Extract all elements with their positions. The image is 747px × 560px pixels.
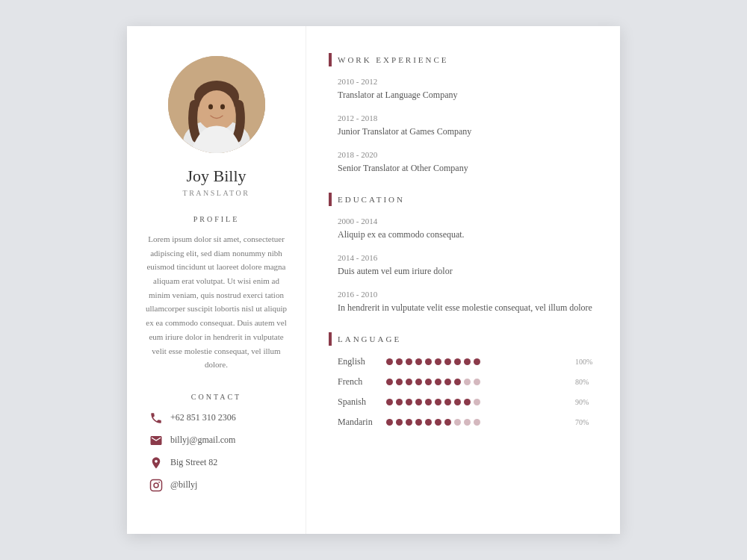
contact-label: CONTACT — [142, 393, 291, 401]
dot — [415, 358, 422, 365]
lang-spanish-name: Spanish — [338, 396, 386, 408]
work-year-2: 2018 - 2020 — [338, 150, 598, 159]
dot — [396, 358, 403, 365]
accent-bar-lang — [329, 332, 332, 346]
lang-english-dots — [386, 358, 569, 365]
dot — [454, 358, 461, 365]
svg-point-5 — [199, 90, 235, 129]
dot — [386, 379, 393, 385]
dot — [396, 399, 403, 405]
email-icon — [149, 434, 163, 447]
dot — [444, 358, 451, 365]
work-desc-1: Junior Translator at Games Company — [338, 125, 598, 138]
svg-point-9 — [154, 483, 158, 488]
contact-email-value: billyj@gmail.com — [170, 435, 235, 446]
dot — [435, 379, 441, 385]
dot — [454, 399, 461, 405]
resume-card: Joy Billy TRANSLATOR PROFILE Lorem ipsum… — [127, 26, 620, 534]
work-experience-header: WORK EXPERIENCE — [329, 53, 598, 66]
contact-email: billyj@gmail.com — [142, 434, 291, 447]
dot — [444, 379, 451, 385]
contact-instagram-value: @billyj — [170, 479, 197, 491]
contact-instagram: @billyj — [142, 479, 291, 492]
dot — [396, 419, 403, 426]
left-panel: Joy Billy TRANSLATOR PROFILE Lorem ipsum… — [127, 26, 306, 534]
lang-mandarin-dots — [386, 419, 569, 426]
dot — [444, 399, 451, 405]
dot — [425, 379, 432, 385]
lang-spanish: Spanish 90% — [329, 396, 598, 408]
lang-english: English 100% — [329, 356, 598, 367]
dot — [386, 358, 393, 365]
dot — [406, 419, 412, 426]
dot — [464, 399, 471, 405]
dot — [464, 419, 471, 426]
dot — [435, 419, 441, 426]
lang-french-percent: 80% — [575, 378, 598, 386]
svg-point-7 — [220, 105, 225, 110]
dot — [435, 358, 441, 365]
contact-phone: +62 851 310 2306 — [142, 411, 291, 425]
dot — [474, 379, 480, 385]
avatar — [168, 56, 265, 153]
contact-address-value: Big Street 82 — [170, 457, 217, 468]
svg-rect-8 — [151, 479, 162, 491]
dot — [464, 358, 471, 365]
lang-mandarin-percent: 70% — [575, 418, 598, 426]
language-title: LANGUAGE — [338, 335, 401, 343]
dot — [406, 399, 412, 405]
dot — [474, 399, 480, 405]
dot — [386, 399, 393, 405]
svg-point-6 — [208, 105, 213, 110]
edu-entry-2: 2016 - 2010 In hendrerit in vulputate ve… — [329, 290, 598, 314]
person-title: TRANSLATOR — [183, 189, 250, 197]
dot — [406, 358, 412, 365]
edu-year-2: 2016 - 2010 — [338, 290, 598, 299]
lang-mandarin: Mandarin 70% — [329, 417, 598, 428]
accent-bar-edu — [329, 193, 332, 206]
dot — [415, 399, 422, 405]
edu-desc-1: Duis autem vel eum iriure dolor — [338, 264, 598, 278]
contact-phone-value: +62 851 310 2306 — [170, 412, 236, 423]
profile-label: PROFILE — [193, 215, 240, 223]
dot — [474, 358, 480, 365]
work-entry-2: 2018 - 2020 Senior Translator at Other C… — [329, 150, 598, 175]
edu-desc-2: In hendrerit in vulputate velit esse mol… — [338, 301, 598, 314]
location-icon — [149, 456, 163, 470]
instagram-icon — [149, 479, 163, 492]
dot — [425, 399, 432, 405]
edu-desc-0: Aliquip ex ea commodo consequat. — [338, 228, 598, 241]
language-header: LANGUAGE — [329, 332, 598, 346]
dot — [415, 379, 422, 385]
work-year-0: 2010 - 2012 — [338, 77, 598, 86]
dot — [454, 419, 461, 426]
edu-entry-1: 2014 - 2016 Duis autem vel eum iriure do… — [329, 253, 598, 278]
dot — [454, 379, 461, 385]
lang-french: French 80% — [329, 376, 598, 388]
dot — [396, 379, 403, 385]
accent-bar-work — [329, 53, 332, 66]
dot — [386, 419, 393, 426]
lang-french-name: French — [338, 376, 386, 388]
dot — [425, 419, 432, 426]
svg-point-10 — [158, 482, 160, 483]
work-year-1: 2012 - 2018 — [338, 113, 598, 122]
lang-spanish-percent: 90% — [575, 398, 598, 406]
contact-section: CONTACT +62 851 310 2306 billyj@gmail.co… — [142, 393, 291, 501]
dot — [425, 358, 432, 365]
lang-english-percent: 100% — [575, 358, 598, 366]
lang-french-dots — [386, 379, 569, 385]
profile-text: Lorem ipsum dolor sit amet, consectetuer… — [142, 232, 291, 372]
education-header: EDUCATION — [329, 193, 598, 206]
edu-year-1: 2014 - 2016 — [338, 253, 598, 262]
contact-address: Big Street 82 — [142, 456, 291, 470]
work-entry-0: 2010 - 2012 Translator at Language Compa… — [329, 77, 598, 102]
work-desc-2: Senior Translator at Other Company — [338, 161, 598, 175]
work-experience-title: WORK EXPERIENCE — [338, 55, 449, 64]
dot — [415, 419, 422, 426]
dot — [444, 419, 451, 426]
education-title: EDUCATION — [338, 195, 405, 204]
lang-mandarin-name: Mandarin — [338, 417, 386, 428]
dot — [464, 379, 471, 385]
dot — [406, 379, 412, 385]
